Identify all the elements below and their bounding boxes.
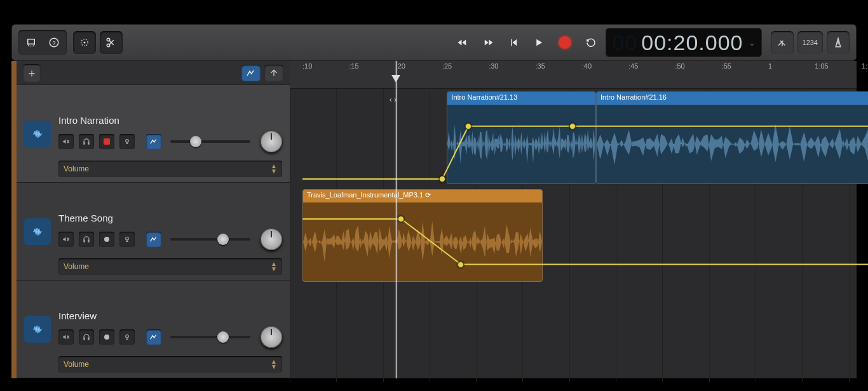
input-icon: [123, 333, 132, 341]
input-icon: [123, 235, 132, 244]
automation-curve[interactable]: [290, 187, 857, 284]
pan-knob[interactable]: [261, 229, 282, 250]
slider-thumb[interactable]: [217, 234, 229, 245]
input-monitor-button[interactable]: [119, 134, 135, 149]
help-button[interactable]: ?: [43, 31, 65, 54]
track-type-icon: [24, 316, 51, 343]
record-enable-button[interactable]: [99, 329, 114, 345]
track-header-panel: ＋ Intro Narration Volume: [17, 61, 290, 378]
smart-controls-button[interactable]: [73, 31, 96, 54]
automation-node[interactable]: [398, 216, 404, 222]
pan-knob[interactable]: [261, 131, 282, 152]
automation-node[interactable]: [458, 262, 464, 268]
forward-button[interactable]: [482, 37, 494, 48]
add-track-button[interactable]: ＋: [23, 64, 41, 82]
record-enable-button[interactable]: [99, 232, 114, 247]
automation-mode-button[interactable]: [146, 329, 161, 345]
track-lane[interactable]: [290, 284, 857, 382]
solo-button[interactable]: [79, 329, 94, 345]
slider-thumb[interactable]: [190, 136, 201, 147]
track-header[interactable]: Interview Volume ▲▼: [17, 281, 290, 378]
mute-button[interactable]: [58, 232, 74, 247]
track-panel-header: ＋: [17, 61, 290, 85]
stepper-icon[interactable]: ▲▼: [271, 164, 277, 174]
automation-toggle[interactable]: [241, 65, 261, 81]
automation-node[interactable]: [569, 123, 576, 129]
playhead[interactable]: [396, 61, 397, 378]
automation-param-select[interactable]: Volume ▲▼: [58, 258, 282, 275]
tuner-button[interactable]: [771, 31, 794, 54]
time-display[interactable]: 00 00:20.000 ⌄: [606, 28, 761, 57]
input-monitor-button[interactable]: [119, 232, 135, 247]
automation-node[interactable]: [439, 176, 445, 182]
timeline[interactable]: :10:15:20:25:30:35:40:45:50:5511:051:1 ‹…: [290, 61, 857, 378]
rewind-button[interactable]: [457, 37, 468, 48]
automation-param-select[interactable]: Volume ▲▼: [58, 161, 282, 177]
volume-slider[interactable]: [170, 140, 250, 143]
mute-button[interactable]: [58, 329, 74, 345]
automation-icon: [149, 137, 158, 146]
automation-icon: [149, 333, 158, 341]
play-button[interactable]: [533, 37, 545, 48]
ruler-tick: :30: [489, 62, 498, 70]
track-lane[interactable]: Intro Narration#21.13 Intro Narration#21…: [290, 89, 857, 187]
volume-slider[interactable]: [170, 238, 250, 241]
ruler-tick: 1: [768, 62, 772, 70]
track-controls: [58, 229, 282, 250]
ruler-tick: :45: [628, 62, 638, 70]
volume-slider[interactable]: [170, 336, 250, 338]
track-controls: [58, 326, 282, 348]
slider-thumb[interactable]: [217, 331, 229, 343]
mute-button[interactable]: [58, 134, 74, 149]
rewind-icon: [457, 37, 468, 48]
ruler-tick: :15: [349, 62, 358, 70]
cycle-button[interactable]: [585, 37, 597, 48]
automation-curve[interactable]: [290, 89, 857, 187]
automation-param-select[interactable]: Volume ▲▼: [58, 356, 282, 373]
time-value: 00:20.000: [641, 30, 743, 55]
workspace: ＋ Intro Narration Volume: [11, 61, 857, 378]
library-button[interactable]: [20, 31, 43, 54]
go-to-start-button[interactable]: [508, 37, 519, 48]
count-in-button[interactable]: 1234: [797, 31, 823, 54]
count-in-digits: 1234: [803, 39, 818, 46]
track-name: Interview: [58, 310, 282, 321]
scissors-button[interactable]: [100, 31, 123, 54]
param-label: Volume: [64, 360, 89, 369]
waveform-icon: [32, 324, 43, 335]
input-monitor-button[interactable]: [119, 329, 135, 345]
dial-icon: [79, 37, 90, 48]
record-button[interactable]: [559, 36, 571, 49]
record-enable-button[interactable]: [99, 134, 114, 149]
solo-button[interactable]: [79, 232, 94, 247]
ruler-tick: :20: [396, 62, 405, 70]
time-ruler[interactable]: :10:15:20:25:30:35:40:45:50:5511:051:1: [290, 61, 857, 89]
solo-button[interactable]: [79, 134, 94, 149]
ruler-tick: 1:05: [815, 62, 828, 70]
track-header[interactable]: Theme Song Volume ▲▼: [17, 183, 290, 281]
metronome-button[interactable]: [827, 31, 850, 54]
automation-icon: [149, 235, 158, 244]
automation-mode-button[interactable]: [146, 232, 161, 247]
ruler-tick: :50: [675, 62, 684, 70]
track-lane[interactable]: Travis_Loafman_Instrumental_MP3.1 ⟳: [290, 187, 857, 284]
stepper-icon[interactable]: ▲▼: [271, 262, 277, 272]
filter-button[interactable]: [264, 65, 283, 81]
svg-point-8: [126, 335, 129, 338]
pan-knob[interactable]: [261, 326, 282, 348]
stepper-icon[interactable]: ▲▼: [271, 359, 277, 369]
filter-icon: [269, 68, 279, 78]
input-icon: [123, 137, 132, 146]
rec-dot-off: [104, 237, 109, 242]
ruler-tick: :55: [722, 62, 731, 70]
right-tools: 1234: [771, 31, 850, 54]
automation-mode-button[interactable]: [146, 134, 161, 149]
chevron-down-icon[interactable]: ⌄: [749, 38, 756, 48]
automation-node[interactable]: [465, 123, 471, 129]
track-name: Theme Song: [58, 213, 282, 223]
tuning-fork-icon: [776, 37, 788, 48]
param-label: Volume: [64, 164, 89, 173]
track-header[interactable]: Intro Narration Volume ▲▼: [17, 85, 290, 183]
headphones-icon: [82, 235, 91, 244]
time-ghost: 00: [612, 30, 637, 55]
